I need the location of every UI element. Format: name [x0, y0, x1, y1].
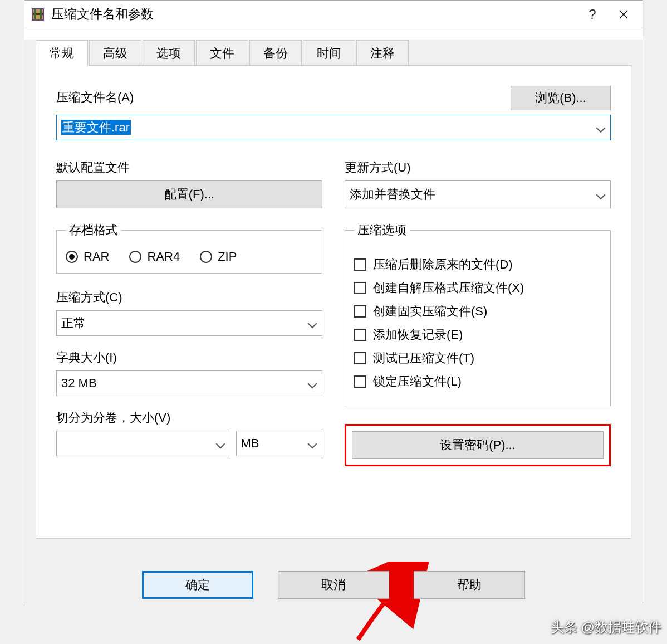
chevron-down-icon: [307, 318, 317, 328]
watermark-text: 头条 @数据蛙软件: [551, 618, 661, 636]
tab-3[interactable]: 文件: [196, 40, 248, 66]
tab-5[interactable]: 时间: [303, 40, 355, 66]
checkbox-box-icon: [354, 375, 366, 388]
help-icon[interactable]: ?: [577, 3, 608, 26]
radio-dot-icon: [129, 251, 141, 263]
browse-button[interactable]: 浏览(B)...: [511, 86, 611, 110]
compression-options-group: 压缩选项 压缩后删除原来的文件(D)创建自解压格式压缩文件(X)创建固实压缩文件…: [345, 222, 611, 406]
archive-format-title: 存档格式: [66, 222, 121, 238]
update-mode-value: 添加并替换文件: [350, 186, 596, 203]
archive-format-radio-label: ZIP: [218, 250, 237, 264]
archive-format-radio-label: RAR: [84, 250, 109, 264]
option-checkbox-4[interactable]: 测试已压缩文件(T): [354, 350, 601, 367]
compression-method-label: 压缩方式(C): [56, 289, 322, 306]
radio-dot-icon: [66, 251, 78, 263]
option-checkbox-label: 添加恢复记录(E): [373, 326, 463, 343]
option-checkbox-label: 创建自解压格式压缩文件(X): [373, 280, 524, 296]
archive-name-value: 重要文件.rar: [61, 120, 131, 135]
checkbox-box-icon: [354, 282, 366, 294]
archive-format-radio-label: RAR4: [147, 250, 180, 264]
option-checkbox-2[interactable]: 创建固实压缩文件(S): [354, 303, 601, 320]
password-highlight-box: 设置密码(P)...: [345, 424, 611, 466]
archive-format-radio-rar[interactable]: RAR: [66, 250, 109, 264]
option-checkbox-1[interactable]: 创建自解压格式压缩文件(X): [354, 280, 601, 296]
compression-options-title: 压缩选项: [354, 222, 410, 238]
svg-rect-4: [40, 9, 42, 19]
tab-0[interactable]: 常规: [36, 40, 88, 66]
option-checkbox-0[interactable]: 压缩后删除原来的文件(D): [354, 256, 601, 273]
update-mode-combobox[interactable]: 添加并替换文件: [345, 180, 611, 208]
tab-2[interactable]: 选项: [143, 40, 195, 66]
checkbox-box-icon: [354, 352, 366, 364]
set-password-button[interactable]: 设置密码(P)...: [352, 431, 604, 459]
update-mode-label: 更新方式(U): [345, 159, 611, 176]
option-checkbox-5[interactable]: 锁定压缩文件(L): [354, 373, 601, 390]
tab-4[interactable]: 备份: [249, 40, 302, 66]
option-checkbox-3[interactable]: 添加恢复记录(E): [354, 326, 601, 343]
help-button[interactable]: 帮助: [414, 571, 525, 599]
archive-format-group: 存档格式 RARRAR4ZIP: [56, 222, 322, 274]
tab-1[interactable]: 高级: [89, 40, 141, 66]
split-size-combobox[interactable]: [56, 431, 230, 456]
split-unit-combobox[interactable]: MB: [236, 431, 322, 456]
checkbox-box-icon: [354, 258, 366, 271]
compression-method-value: 正常: [61, 315, 307, 331]
app-icon: [30, 7, 46, 22]
close-icon[interactable]: [608, 3, 639, 26]
option-checkbox-label: 压缩后删除原来的文件(D): [373, 256, 513, 273]
chevron-down-icon: [596, 123, 606, 133]
dictionary-size-combobox[interactable]: 32 MB: [56, 370, 322, 396]
chevron-down-icon: [307, 378, 317, 388]
chevron-down-icon: [215, 438, 225, 448]
checkbox-box-icon: [354, 305, 366, 318]
dictionary-size-value: 32 MB: [61, 376, 307, 391]
tab-6[interactable]: 注释: [356, 40, 409, 66]
split-unit-value: MB: [241, 436, 307, 451]
chevron-down-icon: [307, 438, 317, 448]
checkbox-box-icon: [354, 329, 366, 341]
archive-format-radio-rar4[interactable]: RAR4: [129, 250, 180, 264]
split-volumes-label: 切分为分卷，大小(V): [56, 409, 322, 426]
profile-label: 默认配置文件: [56, 159, 322, 176]
dictionary-size-label: 字典大小(I): [56, 349, 322, 366]
archive-name-label: 压缩文件名(A): [56, 89, 497, 106]
radio-dot-icon: [200, 251, 212, 263]
option-checkbox-label: 测试已压缩文件(T): [373, 350, 474, 367]
option-checkbox-label: 锁定压缩文件(L): [373, 373, 462, 390]
cancel-button[interactable]: 取消: [278, 571, 389, 599]
window-title: 压缩文件名和参数: [51, 6, 577, 23]
ok-button[interactable]: 确定: [142, 571, 253, 599]
archive-format-radio-zip[interactable]: ZIP: [200, 250, 237, 264]
chevron-down-icon: [596, 189, 606, 199]
option-checkbox-label: 创建固实压缩文件(S): [373, 303, 487, 320]
profiles-button[interactable]: 配置(F)...: [56, 180, 322, 208]
svg-rect-3: [34, 9, 36, 19]
compression-method-combobox[interactable]: 正常: [56, 310, 322, 336]
archive-name-combobox[interactable]: 重要文件.rar: [56, 115, 611, 140]
